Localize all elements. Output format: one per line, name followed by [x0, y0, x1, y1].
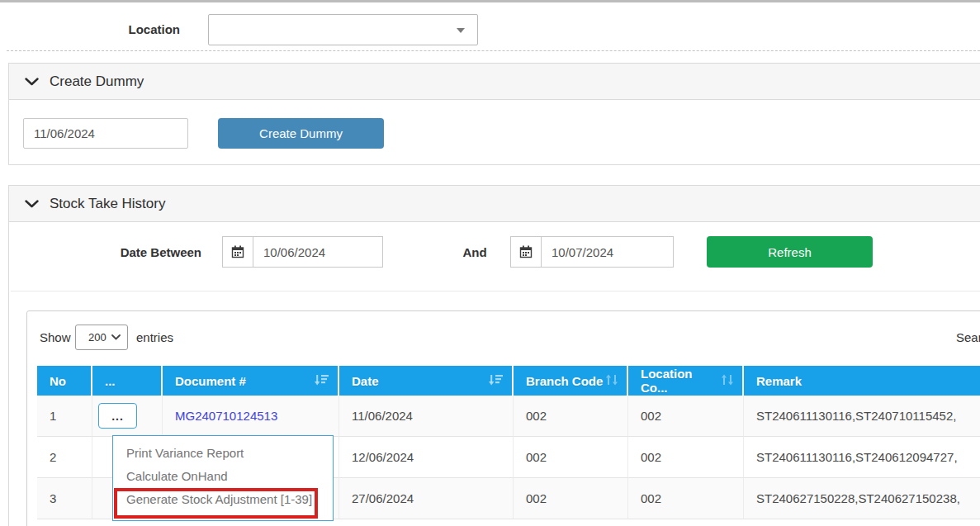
table-row: 1 ... MG240710124513 11/06/2024 002 002 … — [37, 396, 980, 437]
date-to-input[interactable] — [541, 236, 674, 268]
cell-no: 2 — [37, 437, 92, 478]
cell-remark: ST240627150228,ST240627150238, — [744, 478, 980, 519]
cell-branch-code: 002 — [514, 396, 628, 437]
chevron-down-icon — [111, 334, 121, 340]
sort-both-icon — [605, 374, 618, 388]
location-select[interactable] — [208, 14, 478, 45]
cell-date: 12/06/2024 — [339, 437, 514, 478]
create-dummy-date-input[interactable] — [23, 118, 188, 149]
section-divider — [7, 50, 980, 51]
search-label: Search: — [956, 330, 980, 344]
refresh-button[interactable]: Refresh — [707, 236, 873, 268]
chevron-down-icon — [25, 74, 39, 89]
page-size-select[interactable]: 200 — [75, 325, 128, 350]
col-header-remark[interactable]: Remark — [744, 366, 980, 396]
chevron-down-icon — [457, 28, 465, 33]
cell-branch-code: 002 — [514, 437, 628, 478]
cell-remark: ST240611130116,ST240612094727, — [744, 437, 980, 478]
sort-amount-desc-icon — [315, 374, 329, 388]
menu-item-print-variance-report[interactable]: Print Variance Report — [113, 441, 333, 464]
cell-date: 27/06/2024 — [339, 478, 514, 519]
date-from-input[interactable] — [253, 236, 383, 268]
create-dummy-title: Create Dummy — [50, 73, 144, 90]
sort-both-icon — [721, 374, 734, 388]
cell-location-code: 002 — [628, 396, 744, 437]
and-label: And — [457, 245, 492, 259]
page: Location Create Dummy Create Dummy Stock… — [0, 0, 980, 526]
cell-document: MG240710124513 — [163, 396, 339, 437]
cell-remark: ST240611130116,ST240710115452, — [744, 396, 980, 437]
menu-item-generate-stock-adjustment[interactable]: Generate Stock Adjustment [1-39] — [113, 487, 333, 510]
row-actions-button[interactable]: ... — [98, 403, 137, 429]
top-divider — [0, 0, 980, 2]
calendar-icon — [222, 236, 253, 268]
col-header-location-code[interactable]: Location Co... — [628, 366, 744, 396]
menu-item-calculate-onhand[interactable]: Calculate OnHand — [113, 464, 333, 487]
cell-location-code: 002 — [628, 478, 744, 519]
create-dummy-panel: Create Dummy Create Dummy — [8, 63, 980, 165]
col-header-branch-code[interactable]: Branch Code — [514, 366, 628, 396]
sort-amount-desc-icon — [489, 374, 504, 388]
chevron-down-icon — [25, 197, 39, 211]
row-actions-menu: Print Variance Report Calculate OnHand G… — [112, 435, 334, 521]
document-link[interactable]: MG240710124513 — [175, 409, 277, 423]
cell-date: 11/06/2024 — [339, 396, 514, 437]
stock-take-history-header[interactable]: Stock Take History — [9, 186, 980, 222]
col-header-actions[interactable]: ... — [92, 366, 163, 396]
location-label: Location — [81, 22, 180, 36]
col-header-no[interactable]: No — [37, 366, 92, 396]
cell-actions: ... — [92, 396, 163, 437]
stock-take-history-title: Stock Take History — [50, 196, 165, 212]
cell-no: 1 — [37, 396, 92, 437]
filter-divider — [11, 291, 980, 291]
create-dummy-header[interactable]: Create Dummy — [9, 64, 980, 100]
create-dummy-button[interactable]: Create Dummy — [218, 118, 384, 149]
calendar-icon — [510, 236, 542, 268]
date-between-label: Date Between — [102, 245, 201, 259]
table-header-row: No ... Document # Date — [37, 366, 980, 396]
col-header-document[interactable]: Document # — [163, 366, 339, 396]
entries-label: entries — [136, 330, 173, 344]
col-header-date[interactable]: Date — [339, 366, 514, 396]
show-label: Show — [40, 330, 71, 344]
cell-location-code: 002 — [628, 437, 744, 478]
cell-no: 3 — [37, 478, 92, 519]
cell-branch-code: 002 — [514, 478, 628, 519]
page-size-value: 200 — [88, 331, 107, 344]
